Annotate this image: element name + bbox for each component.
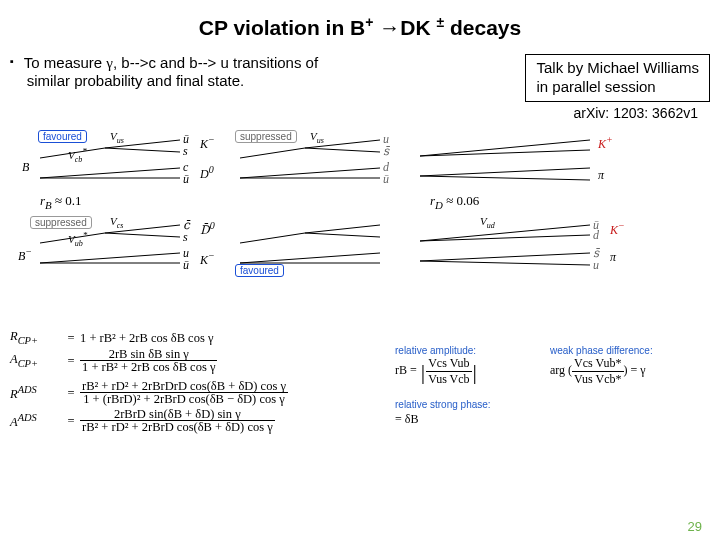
svg-line-8	[305, 148, 380, 152]
lbl-ub4: ū	[183, 258, 189, 273]
feynman-diagrams: favoured suppressed suppressed favoured	[10, 128, 710, 298]
page-number: 29	[688, 519, 702, 534]
svg-line-13	[420, 176, 590, 180]
lbl-B: B	[22, 160, 29, 175]
lbl-Km3: K−	[610, 220, 625, 238]
lbl-pi2: π	[610, 250, 616, 265]
lbl-d2: d	[593, 228, 599, 243]
svg-line-3	[105, 148, 180, 152]
svg-line-11	[420, 150, 590, 156]
svg-line-17	[105, 233, 180, 237]
right-formula-block: relative amplitude: rB = |Vcs VubVus Vcb…	[395, 345, 705, 427]
svg-line-5	[240, 148, 305, 158]
lbl-s2: s	[183, 230, 188, 245]
lbl-u3: u	[593, 258, 599, 273]
diagram-lines	[10, 128, 710, 298]
ckm-vud: Vud	[480, 215, 495, 230]
svg-line-19	[240, 233, 305, 243]
svg-line-10	[420, 140, 590, 156]
lbl-Km: K−	[200, 134, 215, 152]
lbl-Km2: K−	[200, 250, 215, 268]
svg-line-25	[420, 235, 590, 241]
lbl-s: s	[183, 144, 188, 159]
lbl-D0b: D̄0	[200, 220, 215, 238]
rB-value: rB ≈ 0.1	[40, 193, 82, 211]
speaker-note: Talk by Michael Williamsin parallel sess…	[525, 54, 710, 102]
svg-line-9	[240, 168, 380, 178]
formula-block: RCP+ = 1 + rB² + 2rB cos δB cos γ ACP+ =…	[10, 330, 380, 436]
svg-line-24	[420, 225, 590, 241]
svg-line-27	[420, 261, 590, 265]
bullet-marker-icon: ▪	[10, 55, 20, 67]
lbl-pi: π	[598, 168, 604, 183]
ckm-vus: Vus	[110, 130, 124, 145]
slide-title: CP violation in B+ →DK ± decays	[0, 0, 720, 40]
svg-line-21	[305, 225, 380, 233]
lbl-ub2: ū	[183, 172, 189, 187]
svg-line-22	[305, 233, 380, 237]
summary-row: ▪ To measure γ, b-->c and b--> u transit…	[0, 40, 720, 102]
lbl-ub3: ū	[383, 172, 389, 187]
lbl-Kp: K+	[598, 134, 613, 152]
svg-line-4	[40, 168, 180, 178]
bullet-text: ▪ To measure γ, b-->c and b--> u transit…	[10, 54, 525, 89]
ckm-vcs: Vcs	[110, 215, 123, 230]
lbl-sb: s̄	[383, 144, 389, 159]
arxiv-ref: arXiv: 1203: 3662v1	[573, 105, 698, 121]
ckm-vcb: Vcb*	[68, 146, 87, 164]
svg-line-12	[420, 168, 590, 176]
svg-line-23	[240, 253, 380, 263]
svg-line-26	[420, 253, 590, 261]
rD-value: rD ≈ 0.06	[430, 193, 479, 211]
ckm-vub: Vub*	[68, 230, 87, 248]
lbl-D0: D0	[200, 164, 214, 182]
lbl-Bminus: B−	[18, 246, 32, 264]
svg-line-18	[40, 253, 180, 263]
ckm-vus2: Vus	[310, 130, 324, 145]
